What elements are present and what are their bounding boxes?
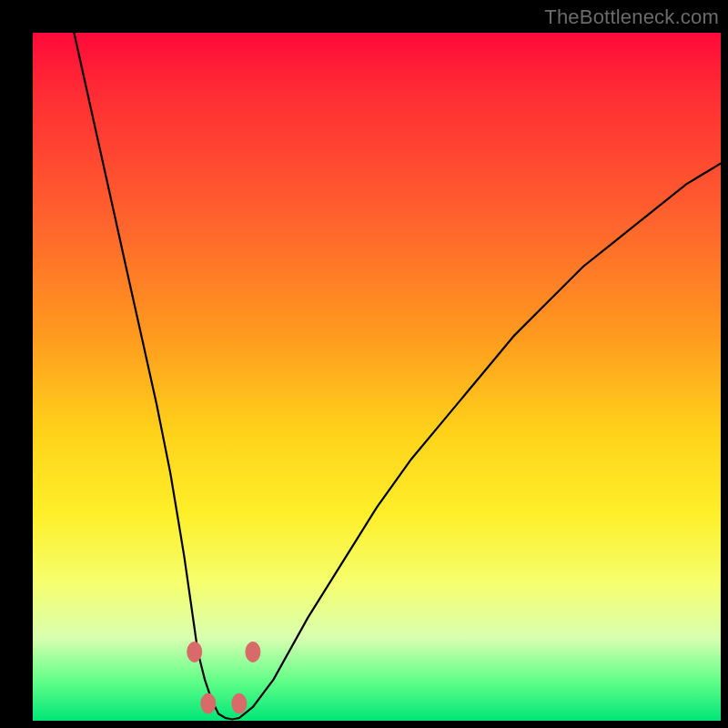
curve-marker (232, 693, 247, 713)
markers-group (187, 642, 260, 713)
chart-frame: TheBottleneck.com (0, 0, 728, 728)
curve-path (74, 33, 721, 720)
plot-area (33, 33, 721, 721)
watermark-text: TheBottleneck.com (544, 5, 719, 29)
curve-marker (201, 693, 216, 713)
curve-marker (187, 642, 202, 662)
bottleneck-curve (33, 33, 721, 721)
curve-marker (246, 642, 260, 662)
